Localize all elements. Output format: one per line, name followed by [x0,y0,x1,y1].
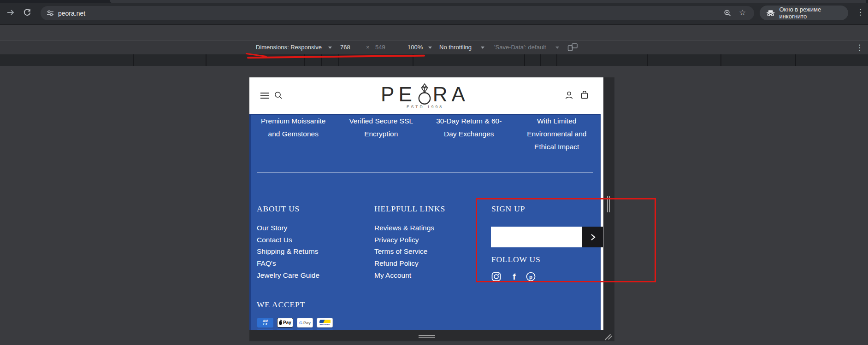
about-links: Our Story Contact Us Shipping & Returns … [257,224,367,283]
address-bar[interactable]: peora.net ☆ [41,6,754,20]
tab-strip-fragment [110,0,866,3]
amex-badge: AMEX [257,318,273,327]
devtools-device-toolbar [0,41,868,55]
footer-divider [257,172,593,173]
throttling-dropdown[interactable]: No throttling [439,44,472,51]
footer-link[interactable]: Our Story [257,224,367,236]
rotate-device-icon[interactable] [567,43,578,52]
incognito-icon [766,10,775,17]
dimensions-caret-icon[interactable] [328,47,332,49]
zoom-caret-icon[interactable] [428,47,432,49]
footer-link[interactable]: Terms of Service [374,247,485,259]
screenshot-root: peora.net ☆ Окно в режиме инкогнито ⋮ Di… [0,0,868,345]
logo-tagline: ESTD 1998 [249,105,601,109]
logo-text-left: PE [381,84,416,105]
benefit-item: 30-Day Return & 60-Day Exchanges [425,115,513,153]
dimensions-times: × [366,44,370,51]
incognito-badge: Окно в режиме инкогнито [760,6,848,20]
bancontact-badge: Bancontact [317,318,333,327]
forward-icon[interactable] [6,8,15,17]
site-settings-icon[interactable] [47,10,54,17]
we-accept-heading: WE ACCEPT [257,300,305,310]
benefit-item: With LimitedEnvironmental andEthical Imp… [513,115,601,153]
peora-logo[interactable]: PE RA [249,83,601,106]
footer-link[interactable]: Privacy Policy [374,236,485,248]
helpful-heading: HELPFULL LINKS [374,204,445,214]
benefit-item: Premium Moissaniteand Gemstones [249,115,337,153]
cart-bag-icon[interactable] [580,90,589,99]
url-text[interactable]: peora.net [58,10,85,17]
resize-grip-icon [419,337,435,338]
about-heading: ABOUT US [257,204,300,214]
footer-link[interactable]: Shipping & Returns [257,247,367,259]
browser-menu-icon[interactable]: ⋮ [856,8,864,16]
logo-ring-icon [417,83,432,105]
google-pay-badge: GPay [297,318,313,327]
save-data-dropdown[interactable]: 'Save-Data': default [494,44,546,51]
footer-link[interactable]: Jewelry Care Guide [257,271,367,283]
save-data-caret-icon[interactable] [555,47,559,49]
footer-link[interactable]: My Account [374,271,485,283]
throttling-caret-icon[interactable] [481,47,484,49]
zoom-in-icon[interactable] [724,9,732,17]
dimensions-dropdown[interactable]: Dimensions: Responsive [256,44,322,51]
viewport-height-field[interactable]: 549 [375,44,385,51]
devtools-menu-icon[interactable]: ⋮ [856,44,863,52]
apple-pay-badge: Pay [277,318,293,327]
viewport-bottom-resizer[interactable] [249,330,614,341]
zoom-dropdown[interactable]: 100% [407,44,423,51]
resize-grip-icon [419,335,435,336]
viewport-width-field[interactable]: 768 [340,44,350,51]
footer-link[interactable]: Contact Us [257,236,367,248]
helpful-links: Reviews & Ratings Privacy Policy Terms o… [374,224,485,283]
bookmark-star-icon[interactable]: ☆ [739,8,746,18]
logo-text-right: RA [433,84,469,105]
incognito-label: Окно в режиме инкогнито [779,6,848,20]
reload-icon[interactable] [23,8,32,17]
devtools-ruler [0,54,868,66]
benefit-item: Verified Secure SSLEncryption [337,115,425,153]
account-icon[interactable] [565,91,573,99]
benefits-row: Premium Moissaniteand Gemstones Verified… [249,115,601,153]
annotation-red-rectangle [476,198,656,282]
footer-link[interactable]: Refund Policy [374,259,485,271]
footer-link[interactable]: Reviews & Ratings [374,224,485,236]
footer-link[interactable]: FAQ's [257,259,367,271]
